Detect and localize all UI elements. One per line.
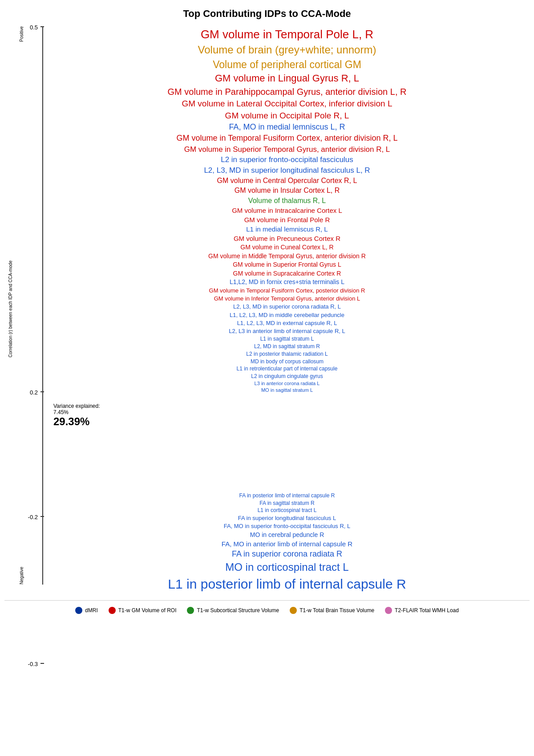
legend-label: T2-FLAIR Total WMH Load [395,607,459,614]
positive-item: L1 in medial lemniscus R, L [44,224,530,234]
legend-label: T1-w GM Volume of ROI [118,607,177,614]
positive-item: GM volume in Precuneous Cortex R [44,234,530,243]
tick-neg02: -0.2 [28,514,38,520]
positive-item: L2, L3, MD in superior corona radiata R,… [44,303,530,311]
positive-item: GM volume in Supracalcarine Cortex R [44,269,530,278]
negative-item: FA in superior longitudinal fasciculus L [44,514,530,522]
positive-item: GM volume in Superior Frontal Gyrus L [44,260,530,269]
variance-value2: 29.39% [53,415,100,428]
negative-item: MO in cerebral peduncle R [44,531,530,540]
negative-item: MO in corticospinal tract L [44,560,530,575]
positive-negative-labels: Positive Negative [14,24,24,593]
positive-item: MD in body of corpus callosum [44,358,530,366]
negative-items-section: FA in posterior limb of internal capsule… [44,492,530,593]
positive-item: GM volume in Occipital Pole R, L [44,110,530,122]
positive-item: FA, MO in medial lemniscus L, R [44,122,530,133]
positive-item: GM volume in Lingual Gyrus R, L [44,72,530,85]
positive-item: GM volume in Inferior Temporal Gyrus, an… [44,295,530,303]
y-axis-label: Correlation (r) between each IDP and CCA… [5,260,13,358]
negative-item: FA in sagittal stratum R [44,500,530,507]
legend-label: T1-w Subcortical Structure Volume [197,607,279,614]
positive-item: GM volume in Temporal Fusiform Cortex, p… [44,287,530,295]
positive-label: Positive [14,26,24,42]
negative-item: FA, MO in superior fronto-occipital fasc… [44,522,530,530]
positive-item: L1 in sagittal stratum L [44,335,530,343]
positive-items-section: GM volume in Temporal Pole L, RVolume of… [44,26,530,394]
positive-item: L2 in cingulum cingulate gyrus [44,373,530,380]
negative-item: L1 in posterior limb of internal capsule… [44,575,530,593]
negative-item: L1 in corticospinal tract L [44,507,530,514]
y-axis-rotated-label: Correlation (r) between each IDP and CCA… [4,24,14,593]
positive-item: L1 in retrolenticular part of internal c… [44,365,530,373]
positive-item: GM volume in Intracalcarine Cortex L [44,206,530,215]
gap-region: Variance explained: 7.45% 29.39% [44,394,530,492]
variance-value1: 7.45% [53,409,100,415]
legend: dMRIT1-w GM Volume of ROIT1-w Subcortica… [4,600,530,618]
positive-item: GM volume in Central Opercular Cortex R,… [44,176,530,186]
positive-item: GM volume in Cuneal Cortex L, R [44,243,530,252]
legend-item: T1-w GM Volume of ROI [109,607,177,614]
positive-item: L2 in posterior thalamic radiation L [44,350,530,358]
positive-item: L2, L3 in anterior limb of internal caps… [44,327,530,335]
axis-line [40,24,44,593]
positive-item: GM volume in Parahippocampal Gyrus, ante… [44,85,530,98]
positive-item: GM volume in Frontal Pole R [44,215,530,224]
variance-label: Variance explained: [53,403,100,409]
chart-content: GM volume in Temporal Pole L, RVolume of… [44,24,530,593]
positive-item: L1,L2, MD in fornix cres+stria terminali… [44,278,530,287]
tick-neg03: -0.3 [28,661,38,667]
chart-title: Top Contributing IDPs to CCA-Mode [0,0,534,24]
positive-item: Volume of brain (grey+white; unnorm) [44,42,530,57]
positive-item: Volume of thalamus R, L [44,196,530,206]
positive-item: GM volume in Superior Temporal Gyrus, an… [44,144,530,155]
positive-item: GM volume in Insular Cortex L, R [44,186,530,195]
positive-item: Volume of peripheral cortical GM [44,57,530,72]
axis-numeric: 0.5 0.2 -0.2 -0.3 [24,24,40,593]
negative-item: FA in superior corona radiata R [44,549,530,560]
legend-item: dMRI [75,607,98,614]
legend-label: T1-w Total Brain Tissue Volume [299,607,374,614]
negative-label: Negative [14,567,24,584]
legend-dot [290,607,297,614]
legend-item: T1-w Subcortical Structure Volume [187,607,279,614]
tick-05: 0.5 [30,24,38,31]
legend-dot [75,607,82,614]
negative-item: FA, MO in anterior limb of internal caps… [44,539,530,549]
positive-item: L2 in superior fronto-occipital fascicul… [44,154,530,165]
page-container: Top Contributing IDPs to CCA-Mode Correl… [0,0,534,756]
legend-dot [385,607,392,614]
positive-item: L1, L2, L3, MD in middle cerebellar pedu… [44,311,530,319]
positive-item: L3 in anterior corona radiata L [44,380,530,387]
chart-wrapper: Correlation (r) between each IDP and CCA… [0,24,534,593]
legend-dot [109,607,116,614]
legend-dot [187,607,194,614]
variance-box: Variance explained: 7.45% 29.39% [53,403,100,428]
positive-item: L2, L3, MD in superior longitudinal fasc… [44,165,530,176]
positive-item: L1, L2, L3, MD in external capsule R, L [44,319,530,327]
positive-item: GM volume in Temporal Pole L, R [44,26,530,42]
tick-02: 0.2 [30,389,38,396]
positive-item: GM volume in Lateral Occipital Cortex, i… [44,98,530,110]
y-axis: Correlation (r) between each IDP and CCA… [4,24,44,593]
legend-label: dMRI [85,607,98,614]
positive-item: MO in sagittal stratum L [44,387,530,394]
negative-item: FA in posterior limb of internal capsule… [44,492,530,500]
positive-item: L2, MD in sagittal stratum R [44,343,530,350]
positive-item: GM volume in Middle Temporal Gyrus, ante… [44,252,530,261]
legend-item: T2-FLAIR Total WMH Load [385,607,459,614]
positive-item: GM volume in Temporal Fusiform Cortex, a… [44,133,530,144]
legend-item: T1-w Total Brain Tissue Volume [290,607,374,614]
